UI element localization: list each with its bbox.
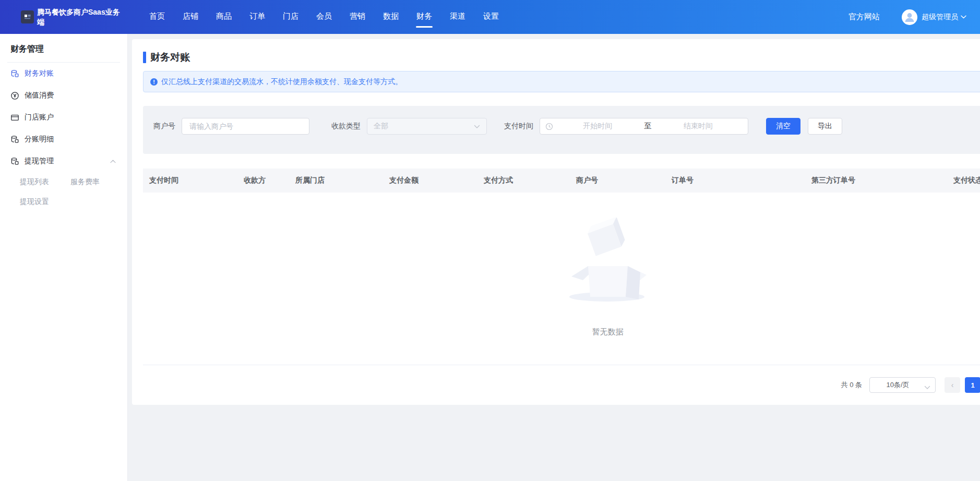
col-payment-status: 支付状态 xyxy=(947,176,980,185)
empty-text: 暂无数据 xyxy=(592,327,624,337)
top-nav: 首页 店铺 商品 订单 门店 会员 营销 数据 财务 渠道 设置 xyxy=(140,0,508,34)
chevron-up-icon[interactable] xyxy=(110,160,116,163)
app-title: 腾马餐饮多商户Saas业务端 xyxy=(37,7,121,27)
content-card: 财务对账 ! 仅汇总线上支付渠道的交易流水，不统计使用余额支付、现金支付等方式。… xyxy=(132,39,980,405)
ledger-coins-icon xyxy=(10,69,19,78)
yen-circle-icon xyxy=(10,91,19,100)
payment-time-label: 支付时间 xyxy=(504,122,533,131)
col-amount: 支付金额 xyxy=(383,176,477,185)
nav-channels[interactable]: 渠道 xyxy=(441,0,474,34)
user-name: 超级管理员 xyxy=(922,13,958,22)
col-third-party-order-id: 第三方订单号 xyxy=(805,176,947,185)
nav-data[interactable]: 数据 xyxy=(374,0,408,34)
app-logo-icon xyxy=(21,10,34,23)
col-merchant-id: 商户号 xyxy=(570,176,665,185)
sidebar-item-label: 储值消费 xyxy=(25,91,54,100)
page-title: 财务对账 xyxy=(150,51,190,64)
wallet-card-icon xyxy=(10,113,19,122)
nav-orders[interactable]: 订单 xyxy=(241,0,274,34)
sidebar-subitem-withdraw-list[interactable]: 提现列表 xyxy=(20,177,70,187)
total-count: 共 0 条 xyxy=(841,380,862,390)
table-body-empty: 暂无数据 xyxy=(143,193,980,365)
reconciliation-table: 支付时间 收款方 所属门店 支付金额 支付方式 商户号 订单号 第三方订单号 支… xyxy=(143,169,980,365)
payment-type-label: 收款类型 xyxy=(331,122,361,131)
coins-icon xyxy=(10,135,19,144)
sidebar-title: 财务管理 xyxy=(0,34,127,62)
table-header: 支付时间 收款方 所属门店 支付金额 支付方式 商户号 订单号 第三方订单号 支… xyxy=(143,169,980,193)
end-time-placeholder[interactable]: 结束时间 xyxy=(654,122,743,131)
nav-goods[interactable]: 商品 xyxy=(207,0,241,34)
alert-text: 仅汇总线上支付渠道的交易流水，不统计使用余额支付、现金支付等方式。 xyxy=(161,77,402,87)
info-icon: ! xyxy=(150,78,158,86)
topbar-right: 官方网站 超级管理员 xyxy=(848,9,980,25)
sidebar-item-store-account[interactable]: 门店账户 xyxy=(0,106,127,128)
main-area: 财务对账 ! 仅汇总线上支付渠道的交易流水，不统计使用余额支付、现金支付等方式。… xyxy=(128,34,980,481)
nav-home[interactable]: 首页 xyxy=(140,0,174,34)
sidebar-item-label: 财务对账 xyxy=(25,69,54,78)
col-payment-time: 支付时间 xyxy=(143,176,237,185)
sidebar-item-finance-reconciliation[interactable]: 财务对账 xyxy=(0,63,127,85)
user-menu[interactable]: 超级管理员 xyxy=(902,9,966,25)
col-order-id: 订单号 xyxy=(665,176,805,185)
clear-button[interactable]: 清空 xyxy=(766,118,800,135)
coins-icon xyxy=(10,157,19,166)
sidebar-item-label: 提现管理 xyxy=(25,157,54,166)
col-store: 所属门店 xyxy=(289,176,383,185)
page-title-row: 财务对账 xyxy=(143,51,980,64)
clock-icon xyxy=(545,123,553,130)
col-payment-method: 支付方式 xyxy=(477,176,570,185)
info-alert: ! 仅汇总线上支付渠道的交易流水，不统计使用余额支付、现金支付等方式。 xyxy=(143,71,980,92)
payment-type-value: 全部 xyxy=(374,122,474,131)
title-marker xyxy=(143,52,146,63)
app-brand[interactable]: 腾马餐饮多商户Saas业务端 xyxy=(0,7,128,27)
nav-stores[interactable]: 门店 xyxy=(274,0,307,34)
empty-box-illustration xyxy=(561,218,655,306)
chevron-down-icon xyxy=(924,382,930,392)
prev-page-button[interactable]: ‹ xyxy=(945,377,960,393)
range-separator: 至 xyxy=(642,122,654,131)
payment-type-select[interactable]: 全部 xyxy=(367,118,487,135)
sidebar-subitem-withdraw-settings[interactable]: 提现设置 xyxy=(20,197,70,207)
page-size-value: 10条/页 xyxy=(886,380,909,390)
sidebar-item-withdraw-management[interactable]: 提现管理 xyxy=(0,150,127,172)
sidebar-item-stored-value[interactable]: 储值消费 xyxy=(0,85,127,106)
chevron-down-icon xyxy=(961,15,966,19)
pagination: 共 0 条 10条/页 ‹ 1 › 前往 页 xyxy=(143,377,980,393)
nav-shop[interactable]: 店铺 xyxy=(174,0,207,34)
sidebar-item-split-details[interactable]: 分账明细 xyxy=(0,128,127,150)
official-site-link[interactable]: 官方网站 xyxy=(848,12,880,22)
nav-finance[interactable]: 财务 xyxy=(408,0,441,34)
nav-marketing[interactable]: 营销 xyxy=(341,0,374,34)
sidebar-item-label: 门店账户 xyxy=(25,113,54,122)
merchant-id-label: 商户号 xyxy=(153,122,175,131)
submenu-row: 提现列表 服务费率 xyxy=(0,172,127,192)
avatar xyxy=(902,9,917,25)
payment-time-range-picker[interactable]: 开始时间 至 结束时间 xyxy=(540,118,748,135)
page-size-select[interactable]: 10条/页 xyxy=(869,377,936,393)
export-button[interactable]: 导出 xyxy=(808,118,842,135)
filter-bar: 商户号 收款类型 全部 支付时间 开始时间 xyxy=(143,106,980,154)
col-payee: 收款方 xyxy=(237,176,289,185)
start-time-placeholder[interactable]: 开始时间 xyxy=(553,122,642,131)
sidebar-item-label: 分账明细 xyxy=(25,135,54,144)
page-number-1[interactable]: 1 xyxy=(965,377,980,393)
sidebar-subitem-service-rate[interactable]: 服务费率 xyxy=(70,177,100,187)
sidebar-menu: 财务对账 储值消费 门店账户 xyxy=(0,63,127,212)
topbar: 腾马餐饮多商户Saas业务端 首页 店铺 商品 订单 门店 会员 营销 数据 财… xyxy=(0,0,980,34)
chevron-down-icon xyxy=(474,122,480,131)
nav-members[interactable]: 会员 xyxy=(307,0,341,34)
nav-settings[interactable]: 设置 xyxy=(474,0,508,34)
submenu-row: 提现设置 xyxy=(0,192,127,212)
sidebar: 财务管理 财务对账 xyxy=(0,34,128,481)
merchant-id-input[interactable] xyxy=(182,118,309,135)
